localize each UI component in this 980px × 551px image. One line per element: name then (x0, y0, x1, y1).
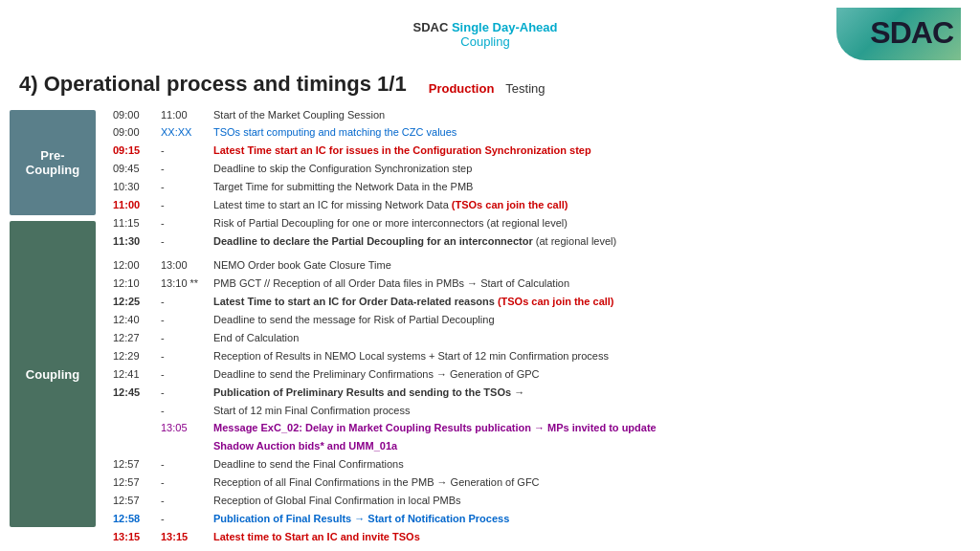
table-row: 09:45 - Deadline to skip the Configurati… (109, 161, 961, 179)
table-row: 13:50 13:50 Deadline to send the message… (109, 547, 961, 552)
header-title: SDAC Single Day-Ahead Coupling (134, 20, 836, 49)
sdac-plain: SDAC (413, 20, 452, 34)
row-desc: TSOs start computing and matching the CZ… (210, 124, 961, 143)
table-row: 09:15 - Latest Time start an IC for issu… (109, 143, 961, 161)
test-time: 13:50 (157, 547, 210, 552)
test-time: - (157, 456, 210, 474)
prod-time: 12:57 (109, 474, 157, 493)
test-time: - (157, 384, 210, 402)
prod-time: 12:45 (109, 384, 157, 402)
row-desc: Reception of Results in NEMO Local syste… (210, 347, 961, 365)
table-row: 12:57 - Deadline to send the Final Confi… (109, 456, 961, 474)
test-time: 13:10 ** (157, 275, 210, 293)
table-row: 09:00 XX:XX TSOs start computing and mat… (109, 124, 961, 143)
row-desc: Message ExC_02: Delay in Market Coupling… (210, 420, 961, 438)
prod-time: 13:15 (109, 529, 157, 547)
row-desc: Latest Time to start an IC for Order Dat… (210, 293, 961, 311)
tab-production[interactable]: Production (429, 81, 495, 96)
row-desc: Target Time for submitting the Network D… (210, 179, 961, 197)
table-row: 13:15 13:15 Latest time to Start an IC a… (109, 529, 961, 547)
row-desc: Deadline to send the message for Risk of… (210, 547, 961, 552)
prod-time: 12:00 (109, 257, 157, 276)
row-desc: Deadline to send the Preliminary Confirm… (210, 365, 961, 384)
sdac-colored: Single Day-Ahead (452, 20, 558, 34)
tabs-area: Production Testing (429, 81, 546, 96)
test-time: XX:XX (157, 124, 210, 143)
row-desc: PMB GCT // Reception of all Order Data f… (210, 275, 961, 293)
table-row: 12:40 - Deadline to send the message for… (109, 311, 961, 329)
table-row: 12:10 13:10 ** PMB GCT // Reception of a… (109, 275, 961, 293)
table-row: 12:25 - Latest Time to start an IC for O… (109, 293, 961, 311)
row-desc: Publication of Preliminary Results and s… (210, 384, 961, 402)
test-time: - (157, 329, 210, 347)
table-row: 12:45 - Publication of Preliminary Resul… (109, 384, 961, 402)
test-time: - (157, 474, 210, 493)
row-desc: Latest time to start an IC for missing N… (210, 197, 961, 215)
row-desc: Shadow Auction bids* and UMM_01a (210, 438, 961, 456)
table-row: 12:57 - Reception of Global Final Confir… (109, 493, 961, 511)
sdac-logo: SDAC (870, 15, 953, 51)
prod-time: 09:00 (109, 124, 157, 143)
sidebar: Pre-Coupling Coupling (10, 110, 96, 551)
table-row: 12:57 - Reception of all Final Confirmat… (109, 474, 961, 493)
row-desc: End of Calculation (210, 329, 961, 347)
table-row: 11:15 - Risk of Partial Decoupling for o… (109, 215, 961, 233)
row-desc: NEMO Order book Gate Closure Time (210, 257, 961, 276)
row-desc: Risk of Partial Decoupling for one or mo… (210, 215, 961, 233)
test-time: - (157, 402, 210, 420)
table-row: 12:29 - Reception of Results in NEMO Loc… (109, 347, 961, 365)
test-time: - (157, 161, 210, 179)
tab-testing[interactable]: Testing (505, 81, 545, 96)
table-row: 13:05 Message ExC_02: Delay in Market Co… (109, 420, 961, 438)
table-row: Shadow Auction bids* and UMM_01a (109, 438, 961, 456)
test-time: - (157, 233, 210, 252)
row-desc: Deadline to send the message for Risk of… (210, 311, 961, 329)
prod-time: 12:25 (109, 293, 157, 311)
page-title: 4) Operational process and timings 1/1 (19, 72, 407, 96)
test-time: - (157, 493, 210, 511)
test-time: - (157, 293, 210, 311)
test-time: 13:00 (157, 257, 210, 276)
prod-time: 11:15 (109, 215, 157, 233)
prod-time: 12:29 (109, 347, 157, 365)
test-time: - (157, 311, 210, 329)
test-time: - (157, 511, 210, 529)
prod-time: 11:00 (109, 197, 157, 215)
prod-time: 12:40 (109, 311, 157, 329)
test-time: 13:05 (157, 420, 210, 438)
main-content: Pre-Coupling Coupling 09:00 11:00 Start … (0, 100, 980, 551)
prod-time: 12:58 (109, 511, 157, 529)
prod-time: 12:27 (109, 329, 157, 347)
schedule-table: 09:00 11:00 Start of the Market Coupling… (109, 106, 961, 551)
test-time: - (157, 347, 210, 365)
test-time: - (157, 179, 210, 197)
header: SDAC Single Day-Ahead Coupling SDAC (0, 0, 980, 66)
header-line1: SDAC Single Day-Ahead (134, 20, 836, 34)
sidebar-pre-coupling: Pre-Coupling (10, 110, 96, 215)
row-desc: Deadline to skip the Configuration Synch… (210, 161, 961, 179)
page-title-area: 4) Operational process and timings 1/1 P… (0, 66, 980, 100)
table-row: 12:00 13:00 NEMO Order book Gate Closure… (109, 257, 961, 276)
test-time: - (157, 365, 210, 384)
prod-time: 12:41 (109, 365, 157, 384)
table-row: 09:00 11:00 Start of the Market Coupling… (109, 106, 961, 124)
sidebar-coupling: Coupling (10, 221, 96, 527)
test-time: 11:00 (157, 106, 210, 124)
row-desc: Reception of Global Final Confirmation i… (210, 493, 961, 511)
table-row: 12:41 - Deadline to send the Preliminary… (109, 365, 961, 384)
prod-time: 09:15 (109, 143, 157, 161)
prod-time: 09:45 (109, 161, 157, 179)
prod-time: 13:50 (109, 547, 157, 552)
row-desc: Deadline to declare the Partial Decoupli… (210, 233, 961, 252)
test-time: - (157, 215, 210, 233)
prod-time: 10:30 (109, 179, 157, 197)
table-row: 11:30 - Deadline to declare the Partial … (109, 233, 961, 252)
test-time (157, 438, 210, 456)
test-time: 13:15 (157, 529, 210, 547)
row-desc: Deadline to send the Final Confirmations (210, 456, 961, 474)
prod-time (109, 420, 157, 438)
prod-time: 09:00 (109, 106, 157, 124)
test-time: - (157, 197, 210, 215)
coupling-label: Coupling (134, 34, 836, 49)
row-desc: Start of 12 min Final Confirmation proce… (210, 402, 961, 420)
